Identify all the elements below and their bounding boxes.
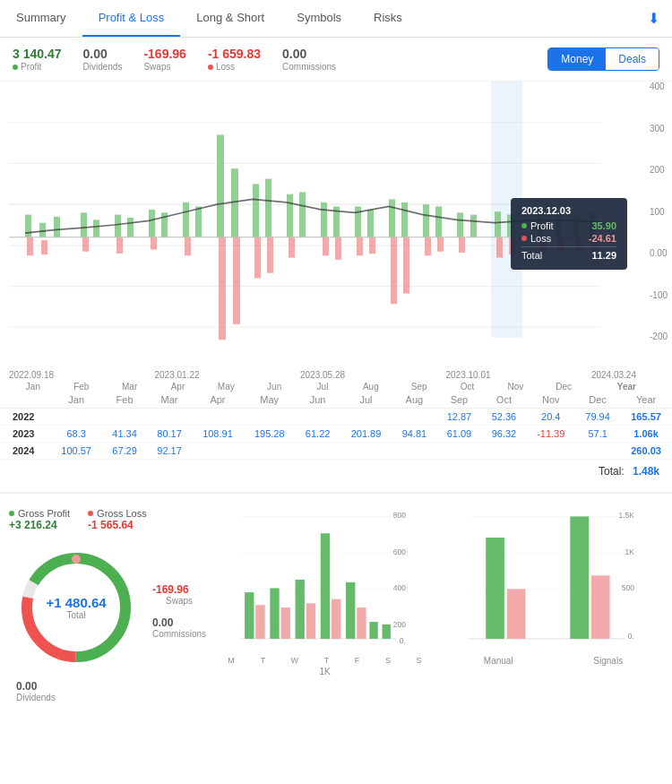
svg-rect-41 xyxy=(41,240,47,254)
svg-rect-24 xyxy=(321,202,327,237)
svg-rect-47 xyxy=(233,237,240,324)
donut-legend: Gross Profit +3 216.24 Gross Loss -1 565… xyxy=(9,508,206,531)
total-row: Total: 1.48k xyxy=(0,460,672,483)
svg-rect-45 xyxy=(185,237,191,256)
svg-rect-56 xyxy=(403,237,409,294)
gross-profit-value: +3 216.24 xyxy=(9,519,70,531)
tooltip-total-value: 11.29 xyxy=(591,250,616,261)
svg-rect-104 xyxy=(591,575,610,639)
table-row: 2022 12.87 52.36 20.4 79.94 165.57 xyxy=(0,409,672,426)
svg-text:1.5K: 1.5K xyxy=(618,511,634,520)
donut-total-label: Total xyxy=(46,610,106,620)
svg-rect-81 xyxy=(245,592,254,639)
svg-rect-54 xyxy=(369,237,375,254)
svg-rect-23 xyxy=(299,192,306,237)
deals-button[interactable]: Deals xyxy=(606,48,659,70)
svg-rect-18 xyxy=(217,134,224,237)
svg-text:800: 800 xyxy=(393,511,406,520)
svg-text:500: 500 xyxy=(622,583,634,592)
svg-rect-84 xyxy=(281,607,290,639)
svg-rect-40 xyxy=(27,237,33,256)
svg-rect-34 xyxy=(495,211,501,237)
tooltip-date: 2023.12.03 xyxy=(521,205,616,216)
svg-rect-30 xyxy=(423,204,429,237)
stat-swaps: -169.96 Swaps xyxy=(143,47,185,72)
svg-rect-46 xyxy=(219,237,226,340)
svg-rect-13 xyxy=(127,218,134,237)
donut-total-value: +1 480.64 xyxy=(46,595,106,610)
commissions-value: 0.00 xyxy=(282,47,336,61)
tooltip-profit-row: Profit 35.90 xyxy=(521,220,616,231)
stat-commissions: 0.00 Commissions xyxy=(282,47,336,72)
svg-rect-22 xyxy=(287,194,293,237)
donut-section: Gross Profit +3 216.24 Gross Loss -1 565… xyxy=(9,508,206,702)
svg-text:0.: 0. xyxy=(400,636,406,645)
svg-rect-59 xyxy=(459,237,465,253)
source-labels: Manual Signals xyxy=(444,656,663,666)
tab-profit-loss[interactable]: Profit & Loss xyxy=(82,0,181,37)
svg-rect-33 xyxy=(470,215,477,237)
svg-rect-12 xyxy=(115,215,121,237)
stat-dividends: 0.00 Dividends xyxy=(83,47,123,72)
table-row: 2024 100.57 67.29 92.17 260.03 xyxy=(0,443,672,460)
svg-rect-88 xyxy=(332,599,340,639)
download-icon[interactable]: ⬇ xyxy=(635,3,672,34)
tab-symbols[interactable]: Symbols xyxy=(280,0,358,37)
svg-rect-103 xyxy=(570,516,589,638)
weekday-chart-label: 1K xyxy=(215,667,435,676)
tab-risks[interactable]: Risks xyxy=(358,0,418,37)
swaps-value: -169.96 xyxy=(143,47,185,61)
dividends-label: Dividends xyxy=(83,62,123,72)
monthly-table: Jan Feb Mar Apr May Jun Jul Aug Sep Oct … xyxy=(0,392,672,460)
tooltip-profit-dot xyxy=(521,223,527,228)
tab-summary[interactable]: Summary xyxy=(0,0,82,37)
xaxis-months: Jan Feb Mar Apr May Jun Jul Aug Sep Oct … xyxy=(0,382,672,392)
svg-rect-27 xyxy=(367,210,374,237)
xaxis-dates: 2022.09.18 2023.01.22 2023.05.28 2023.10… xyxy=(0,368,672,382)
tooltip-loss-row: Loss -24.61 xyxy=(521,233,616,244)
dividends-display-value: 0.00 xyxy=(16,680,206,693)
svg-rect-11 xyxy=(93,220,99,237)
svg-rect-58 xyxy=(437,237,444,252)
svg-rect-43 xyxy=(116,237,123,254)
tooltip-total-row: Total 11.29 xyxy=(521,246,616,261)
svg-rect-90 xyxy=(357,607,366,639)
gross-profit-dot xyxy=(9,511,14,516)
svg-rect-48 xyxy=(254,237,261,279)
commissions-label: Commissions xyxy=(282,62,336,72)
svg-rect-7 xyxy=(25,215,31,237)
table-row: 2023 68.3 41.34 80.17 108.91 195.28 61.2… xyxy=(0,426,672,443)
svg-rect-16 xyxy=(183,202,189,237)
y-axis: 400 300 200 100 0.00 -100 -200 xyxy=(650,82,668,341)
gross-loss-dot xyxy=(88,511,93,516)
svg-text:0.: 0. xyxy=(628,632,634,641)
svg-rect-87 xyxy=(321,533,330,639)
svg-text:200: 200 xyxy=(393,620,406,629)
svg-rect-101 xyxy=(486,538,504,639)
svg-rect-20 xyxy=(253,184,259,237)
svg-rect-83 xyxy=(270,588,279,638)
donut-chart: +1 480.64 Total xyxy=(9,540,143,675)
bottom-section: Gross Profit +3 216.24 Gross Loss -1 565… xyxy=(0,492,672,702)
svg-text:400: 400 xyxy=(393,583,406,592)
svg-rect-31 xyxy=(435,206,442,237)
tab-long-short[interactable]: Long & Short xyxy=(180,0,280,37)
svg-rect-92 xyxy=(383,625,391,639)
svg-rect-60 xyxy=(496,237,503,258)
svg-rect-50 xyxy=(289,237,295,258)
source-bar-chart: 1.5K 1K 500 0. Manual Signals xyxy=(444,508,663,702)
svg-rect-53 xyxy=(357,237,363,256)
svg-rect-9 xyxy=(54,217,60,237)
weekday-labels: M T W T F S S xyxy=(215,656,435,665)
svg-rect-102 xyxy=(507,589,526,639)
total-value: 1.48k xyxy=(633,465,659,478)
tooltip-loss-dot xyxy=(521,236,527,241)
svg-rect-17 xyxy=(195,206,202,237)
weekday-chart-svg: 800 600 400 200 0. xyxy=(215,508,435,651)
svg-rect-86 xyxy=(306,603,315,639)
money-button[interactable]: Money xyxy=(548,48,606,70)
svg-rect-32 xyxy=(457,212,463,237)
swaps-display: -169.96 Swaps xyxy=(152,583,206,606)
svg-rect-10 xyxy=(81,212,87,237)
source-chart-svg: 1.5K 1K 500 0. xyxy=(444,508,663,651)
